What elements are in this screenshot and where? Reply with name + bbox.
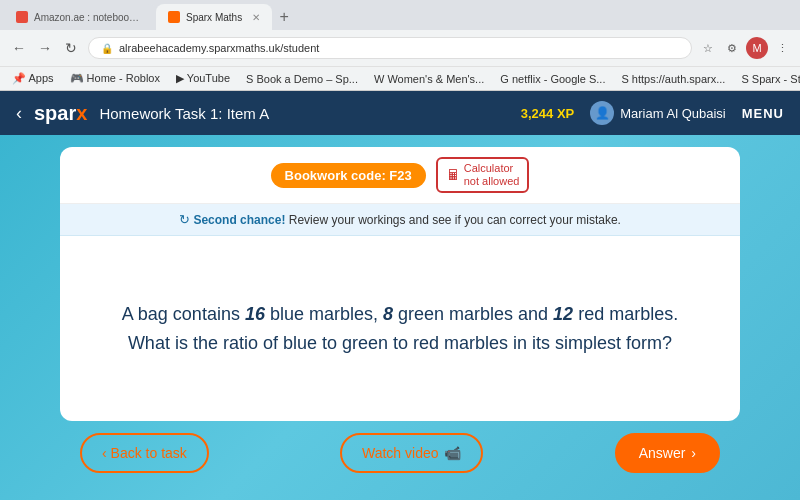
bookmark-netflix[interactable]: G netflix - Google S... bbox=[496, 73, 609, 85]
new-tab-button[interactable]: + bbox=[272, 5, 296, 29]
xp-badge: 3,244 XP bbox=[521, 106, 575, 121]
main-area: Bookwork code: F23 🖩 Calculatornot allow… bbox=[0, 135, 800, 500]
browser-chrome: Amazon.ae : notebook graph n... Sparx Ma… bbox=[0, 0, 800, 91]
number-12: 12 bbox=[553, 304, 573, 324]
profile-icon[interactable]: M bbox=[746, 37, 768, 59]
avatar: 👤 bbox=[590, 101, 614, 125]
bookwork-code: Bookwork code: F23 bbox=[271, 163, 426, 188]
calculator-badge: 🖩 Calculatornot allowed bbox=[436, 157, 530, 193]
bookmark-womens-label: W Women's & Men's... bbox=[374, 73, 484, 85]
back-button[interactable]: ← bbox=[8, 37, 30, 59]
question-text: A bag contains 16 blue marbles, 8 green … bbox=[122, 300, 678, 358]
calculator-icon: 🖩 bbox=[446, 167, 460, 183]
lock-icon: 🔒 bbox=[101, 43, 113, 54]
bookmark-apps[interactable]: 📌 Apps bbox=[8, 72, 58, 85]
number-16: 16 bbox=[245, 304, 265, 324]
browser-icons: ☆ ⚙ M ⋮ bbox=[698, 37, 792, 59]
sparx-favicon bbox=[168, 11, 180, 23]
nav-buttons: ← → ↻ bbox=[8, 37, 82, 59]
number-8: 8 bbox=[383, 304, 393, 324]
bookmark-womens[interactable]: W Women's & Men's... bbox=[370, 73, 488, 85]
answer-button[interactable]: Answer › bbox=[615, 433, 720, 473]
tab-bar: Amazon.ae : notebook graph n... Sparx Ma… bbox=[0, 0, 800, 30]
second-chance-banner: ↻ Second chance! Review your workings an… bbox=[60, 204, 740, 236]
more-icon[interactable]: ⋮ bbox=[772, 38, 792, 58]
second-chance-text: Review your workings and see if you can … bbox=[289, 213, 621, 227]
tab-close-icon[interactable]: ✕ bbox=[252, 12, 260, 23]
bookmark-youtube-label: ▶ YouTube bbox=[176, 72, 230, 85]
bookmark-youtube[interactable]: ▶ YouTube bbox=[172, 72, 234, 85]
back-to-task-button[interactable]: ‹ Back to task bbox=[80, 433, 209, 473]
bookmark-demo[interactable]: S Book a Demo – Sp... bbox=[242, 73, 362, 85]
reload-button[interactable]: ↻ bbox=[60, 37, 82, 59]
user-info: 👤 Mariam Al Qubaisi bbox=[590, 101, 725, 125]
bookmark-netflix-label: G netflix - Google S... bbox=[500, 73, 605, 85]
tab-amazon[interactable]: Amazon.ae : notebook graph n... bbox=[4, 4, 156, 30]
tab-sparx[interactable]: Sparx Maths ✕ bbox=[156, 4, 272, 30]
bookmarks-bar: 📌 Apps 🎮 Home - Roblox ▶ YouTube S Book … bbox=[0, 66, 800, 90]
page-title: Homework Task 1: Item A bbox=[99, 105, 269, 122]
bookmark-apps-label: 📌 Apps bbox=[12, 72, 54, 85]
bookmark-roblox-label: 🎮 Home - Roblox bbox=[70, 72, 160, 85]
bottom-buttons: ‹ Back to task Watch video 📹 Answer › bbox=[60, 421, 740, 485]
url-text: alrabeehacademy.sparxmaths.uk/student bbox=[119, 42, 319, 54]
header-right: 3,244 XP 👤 Mariam Al Qubaisi MENU bbox=[521, 101, 784, 125]
watch-video-label: Watch video bbox=[362, 445, 439, 461]
menu-button[interactable]: MENU bbox=[742, 106, 784, 121]
refresh-icon: ↻ bbox=[179, 212, 190, 227]
calculator-status: Calculatornot allowed bbox=[464, 162, 520, 188]
header-left: ‹ sparx Homework Task 1: Item A bbox=[16, 102, 269, 125]
tab-sparx-label: Sparx Maths bbox=[186, 12, 242, 23]
forward-button[interactable]: → bbox=[34, 37, 56, 59]
watch-video-button[interactable]: Watch video 📹 bbox=[340, 433, 484, 473]
answer-arrow-icon: › bbox=[691, 445, 696, 461]
username: Mariam Al Qubaisi bbox=[620, 106, 725, 121]
header-back-arrow[interactable]: ‹ bbox=[16, 103, 22, 124]
second-chance-bold: Second chance! bbox=[193, 213, 285, 227]
address-bar[interactable]: 🔒 alrabeehacademy.sparxmaths.uk/student bbox=[88, 37, 692, 59]
sparx-header: ‹ sparx Homework Task 1: Item A 3,244 XP… bbox=[0, 91, 800, 135]
question-card: Bookwork code: F23 🖩 Calculatornot allow… bbox=[60, 147, 740, 421]
video-camera-icon: 📹 bbox=[444, 445, 461, 461]
amazon-favicon bbox=[16, 11, 28, 23]
bookmark-demo-label: S Book a Demo – Sp... bbox=[246, 73, 358, 85]
tab-amazon-label: Amazon.ae : notebook graph n... bbox=[34, 12, 144, 23]
star-icon[interactable]: ☆ bbox=[698, 38, 718, 58]
extensions-icon[interactable]: ⚙ bbox=[722, 38, 742, 58]
question-area: A bag contains 16 blue marbles, 8 green … bbox=[60, 236, 740, 421]
bookmark-auth-label: S https://auth.sparx... bbox=[621, 73, 725, 85]
bookmark-auth[interactable]: S https://auth.sparx... bbox=[617, 73, 729, 85]
sparx-logo: sparx bbox=[34, 102, 87, 125]
bookmark-sparx-student-label: S Sparx - Student L... bbox=[741, 73, 800, 85]
bookmark-roblox[interactable]: 🎮 Home - Roblox bbox=[66, 72, 164, 85]
bookmark-sparx-student[interactable]: S Sparx - Student L... bbox=[737, 73, 800, 85]
address-bar-row: ← → ↻ 🔒 alrabeehacademy.sparxmaths.uk/st… bbox=[0, 30, 800, 66]
bookwork-bar: Bookwork code: F23 🖩 Calculatornot allow… bbox=[60, 147, 740, 204]
answer-label: Answer bbox=[639, 445, 686, 461]
